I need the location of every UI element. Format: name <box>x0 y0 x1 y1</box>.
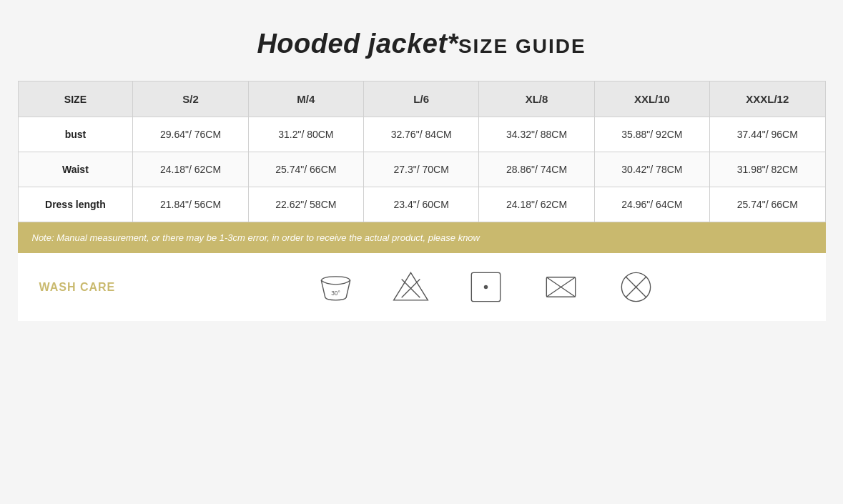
svg-line-10 <box>561 287 576 297</box>
table-row: bust29.64"/ 76CM31.2"/ 80CM32.76"/ 84CM3… <box>18 117 825 152</box>
table-header-size: SIZE <box>18 81 133 117</box>
size-table: SIZES/2M/4L/6XL/8XXL/10XXXL/12 bust29.64… <box>18 81 826 222</box>
table-cell: 31.2"/ 80CM <box>248 117 363 152</box>
svg-text:30°: 30° <box>331 290 340 297</box>
tumble-dry-icon <box>466 267 506 307</box>
table-header-row: SIZES/2M/4L/6XL/8XXL/10XXXL/12 <box>18 81 825 117</box>
table-cell: 31.98"/ 82CM <box>710 152 825 187</box>
table-header-l6: L/6 <box>364 81 479 117</box>
table-cell: 25.74"/ 66CM <box>710 187 825 222</box>
note-bar: Note: Manual measurement, or there may b… <box>18 222 826 253</box>
note-text: Note: Manual measurement, or there may b… <box>32 232 812 243</box>
table-cell: 24.18"/ 62CM <box>479 187 594 222</box>
table-cell: 35.88"/ 92CM <box>594 117 709 152</box>
table-cell: 34.32"/ 88CM <box>479 117 594 152</box>
table-cell: 27.3"/ 70CM <box>364 152 479 187</box>
table-cell: 23.4"/ 60CM <box>364 187 479 222</box>
page-title: Hooded jacket*SIZE GUIDE <box>257 29 586 59</box>
svg-line-9 <box>546 287 561 297</box>
size-table-wrapper: SIZES/2M/4L/6XL/8XXL/10XXXL/12 bust29.64… <box>18 81 826 222</box>
no-bleach-icon <box>391 267 430 307</box>
table-cell: 29.64"/ 76CM <box>133 117 248 152</box>
table-row: Waist24.18"/ 62CM25.74"/ 66CM27.3"/ 70CM… <box>18 152 825 187</box>
row-label: Dress length <box>18 187 133 222</box>
table-cell: 28.86"/ 74CM <box>479 152 594 187</box>
row-label: Waist <box>18 152 133 187</box>
table-cell: 22.62"/ 58CM <box>248 187 363 222</box>
table-cell: 32.76"/ 84CM <box>364 117 479 152</box>
table-cell: 24.18"/ 62CM <box>133 152 248 187</box>
table-header-s2: S/2 <box>133 81 248 117</box>
svg-point-5 <box>484 285 488 290</box>
table-header-xxl10: XXL/10 <box>594 81 709 117</box>
svg-marker-1 <box>394 272 428 300</box>
table-row: Dress length21.84"/ 56CM22.62"/ 58CM23.4… <box>18 187 825 222</box>
page-wrapper: Hooded jacket*SIZE GUIDE SIZES/2M/4L/6XL… <box>0 0 843 321</box>
no-dry-clean-icon <box>616 267 656 307</box>
wash-icons-container: 30° <box>168 267 804 307</box>
title-section: Hooded jacket*SIZE GUIDE <box>257 0 586 81</box>
table-cell: 37.44"/ 96CM <box>710 117 825 152</box>
wash-care-section: WASH CARE 30° <box>18 253 826 321</box>
svg-line-8 <box>561 277 576 287</box>
svg-line-7 <box>546 277 561 287</box>
wash-care-label: WASH CARE <box>39 281 125 294</box>
table-header-m4: M/4 <box>248 81 363 117</box>
table-header-xxxl12: XXXL/12 <box>710 81 825 117</box>
table-cell: 25.74"/ 66CM <box>248 152 363 187</box>
table-cell: 30.42"/ 78CM <box>594 152 709 187</box>
table-cell: 21.84"/ 56CM <box>133 187 248 222</box>
wash-30-icon: 30° <box>316 267 355 307</box>
iron-icon <box>541 267 581 307</box>
table-cell: 24.96"/ 64CM <box>594 187 709 222</box>
row-label: bust <box>18 117 133 152</box>
table-header-xl8: XL/8 <box>479 81 594 117</box>
